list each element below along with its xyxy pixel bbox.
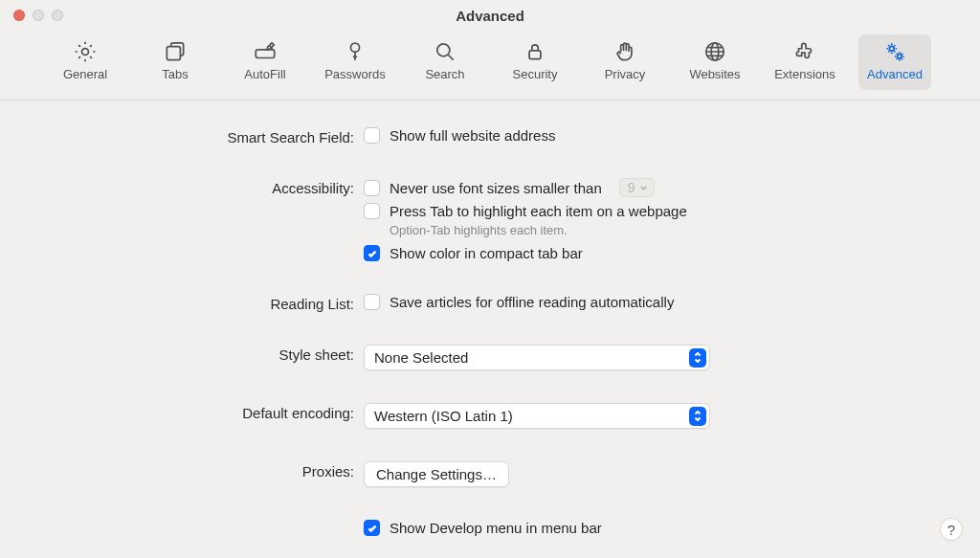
show-color-label: Show color in compact tab bar [390,245,583,261]
tab-security[interactable]: Security [499,34,571,90]
help-button[interactable]: ? [940,518,963,541]
svg-point-8 [889,46,894,51]
window-title: Advanced [0,8,980,24]
save-offline-checkbox[interactable] [364,294,380,310]
svg-point-4 [437,44,450,56]
select-arrows-icon [689,407,706,426]
press-tab-checkbox[interactable] [364,203,380,219]
style-sheet-select[interactable]: None Selected [364,345,710,370]
tab-label: Search [425,67,464,81]
tab-label: Tabs [162,67,188,81]
tab-label: General [63,67,107,81]
svg-rect-5 [529,51,541,59]
press-tab-label: Press Tab to highlight each item on a we… [390,203,687,219]
content-area: Smart Search Field: Show full website ad… [0,100,980,536]
svg-point-9 [898,55,902,58]
tab-passwords[interactable]: Passwords [319,34,391,90]
tab-general[interactable]: General [49,34,122,90]
style-sheet-label: Style sheet: [0,345,364,363]
show-color-checkbox[interactable] [364,245,380,261]
tab-search[interactable]: Search [409,34,481,90]
show-develop-checkbox[interactable] [364,520,380,536]
default-encoding-value: Western (ISO Latin 1) [374,408,513,424]
titlebar: Advanced [0,0,980,31]
show-full-address-checkbox[interactable] [364,127,380,144]
svg-rect-2 [256,50,275,58]
never-smaller-label: Never use font sizes smaller than [390,180,602,196]
preferences-toolbar: General Tabs AutoFill Passwords Search S… [0,31,980,100]
save-offline-label: Save articles for offline reading automa… [390,294,674,310]
select-arrows-icon [689,348,706,368]
tab-label: Websites [689,67,740,81]
accessibility-label: Accessibility: [0,178,364,196]
key-icon [342,38,368,65]
tabs-icon [162,38,189,65]
tab-autofill[interactable]: AutoFill [229,34,301,90]
svg-point-3 [350,43,359,52]
tab-label: Passwords [324,67,386,81]
change-settings-label: Change Settings… [376,466,497,482]
tab-label: Privacy [605,67,646,81]
pencil-field-icon [252,38,278,65]
svg-point-0 [82,49,89,56]
hand-icon [612,38,638,65]
tab-label: AutoFill [244,67,285,81]
smart-search-label: Smart Search Field: [0,127,364,145]
puzzle-icon [791,38,818,65]
lock-icon [522,38,548,65]
tab-tabs[interactable]: Tabs [139,34,212,90]
font-size-select[interactable]: 9 [619,178,655,197]
proxies-label: Proxies: [0,461,364,480]
style-sheet-value: None Selected [374,349,468,366]
change-settings-button[interactable]: Change Settings… [364,461,509,487]
chevron-down-icon [639,184,648,192]
default-encoding-label: Default encoding: [0,403,364,421]
tab-label: Extensions [774,67,835,81]
help-label: ? [947,522,955,538]
tab-label: Advanced [867,67,923,81]
empty-label [0,520,364,522]
gear-icon [72,38,99,65]
show-develop-label: Show Develop menu in menu bar [390,520,602,536]
option-tab-hint: Option-Tab highlights each item. [390,223,687,237]
reading-list-label: Reading List: [0,294,364,312]
globe-icon [702,38,728,65]
tab-websites[interactable]: Websites [679,34,751,90]
gears-icon [881,38,908,65]
tab-advanced[interactable]: Advanced [858,34,931,90]
show-full-address-label: Show full website address [390,127,555,144]
tab-privacy[interactable]: Privacy [589,34,661,90]
tab-label: Security [513,67,558,81]
svg-rect-1 [167,47,180,60]
search-icon [432,38,458,65]
font-size-value: 9 [628,180,635,195]
never-smaller-checkbox[interactable] [364,180,380,196]
default-encoding-select[interactable]: Western (ISO Latin 1) [364,403,710,429]
tab-extensions[interactable]: Extensions [768,34,841,90]
